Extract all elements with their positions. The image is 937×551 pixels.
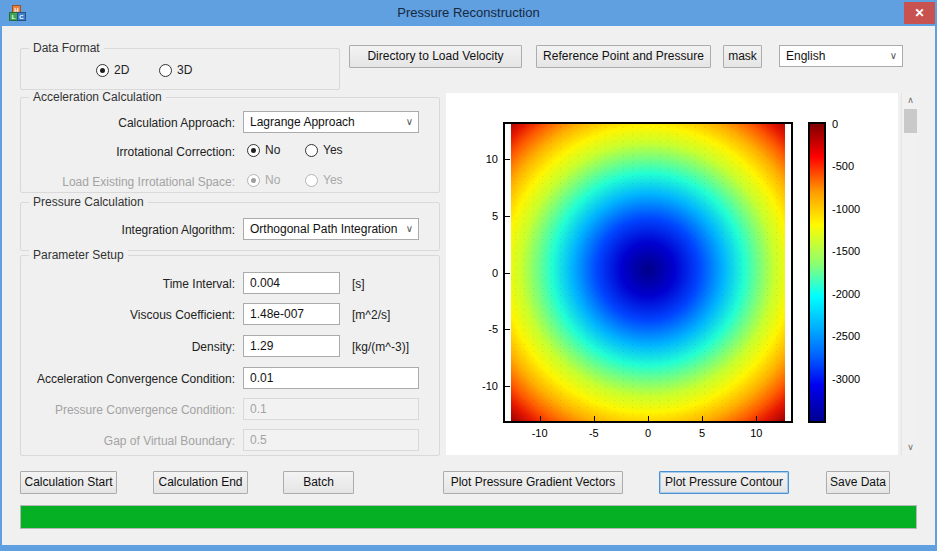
colorbar-tick-label: -3000 — [832, 373, 860, 385]
irrotational-correction-label: Irrotational Correction: — [20, 145, 235, 159]
x-tick-label: 10 — [750, 427, 762, 439]
vertical-scrollbar[interactable]: ∧ ∨ — [901, 93, 918, 455]
radio-load-space-yes-label: Yes — [323, 173, 343, 187]
close-icon[interactable]: ✕ — [904, 2, 935, 24]
title-bar: H L C Pressure Reconstruction ✕ — [0, 0, 937, 26]
reference-point-pressure-button[interactable]: Reference Point and Pressure — [536, 45, 711, 68]
viscous-coefficient-input[interactable] — [243, 303, 340, 325]
scroll-down-icon[interactable]: ∨ — [902, 440, 919, 455]
progress-bar — [20, 505, 917, 529]
save-data-button[interactable]: Save Data — [826, 471, 890, 494]
calculation-end-button[interactable]: Calculation End — [153, 471, 248, 494]
radio-2d-label: 2D — [114, 63, 129, 77]
density-unit: [kg/(m^-3)] — [352, 340, 409, 354]
radio-irrotational-no[interactable]: No — [247, 143, 280, 157]
x-tick-label: 0 — [645, 427, 651, 439]
calculation-approach-value: Lagrange Approach — [250, 115, 355, 129]
integration-algorithm-select[interactable]: Orthogonal Path Integration ∨ — [243, 218, 419, 240]
colorbar-tick-label: 0 — [832, 118, 838, 130]
colorbar-tick-label: -1500 — [832, 245, 860, 257]
batch-button[interactable]: Batch — [283, 471, 354, 494]
gap-virtual-boundary-label: Gap of Virtual Boundary: — [20, 434, 235, 448]
pressure-convergence-label: Pressure Convergence Condition: — [20, 403, 235, 417]
colorbar — [808, 122, 826, 423]
viscous-coefficient-unit: [m^2/s] — [352, 308, 390, 322]
y-tick-label: 0 — [474, 267, 498, 279]
scroll-up-icon[interactable]: ∧ — [902, 93, 919, 108]
plot-panel: -10-50510 1050-5-10 0-500-1000-1500-2000… — [446, 93, 898, 455]
pressure-convergence-input — [243, 398, 419, 420]
plot-pressure-gradient-vectors-button[interactable]: Plot Pressure Gradient Vectors — [443, 471, 623, 494]
time-interval-label: Time Interval: — [20, 277, 235, 291]
data-format-group-title: Data Format — [29, 41, 104, 55]
progress-bar-fill — [21, 506, 916, 528]
load-irrotational-space-label: Load Existing Irrotational Space: — [20, 175, 235, 189]
parameter-group-title: Parameter Setup — [29, 248, 128, 262]
colorbar-tick-label: -2000 — [832, 288, 860, 300]
colorbar-tick-label: -500 — [832, 160, 854, 172]
colorbar-tick-label: -1000 — [832, 203, 860, 215]
scrollbar-thumb[interactable] — [904, 109, 917, 133]
gap-virtual-boundary-input — [243, 429, 419, 451]
x-tick-label: -5 — [589, 427, 599, 439]
radio-2d-dot — [96, 64, 109, 77]
integration-algorithm-label: Integration Algorithm: — [20, 223, 235, 237]
y-tick-label: -10 — [474, 380, 498, 392]
colorbar-tick-label: -2500 — [832, 330, 860, 342]
client-area: Directory to Load Velocity Reference Poi… — [2, 26, 935, 545]
radio-irrotational-yes[interactable]: Yes — [305, 143, 343, 157]
calculation-start-button[interactable]: Calculation Start — [20, 471, 117, 494]
data-format-group: Data Format 2D 3D — [20, 48, 340, 90]
acceleration-convergence-input[interactable] — [243, 367, 419, 389]
language-select-value: English — [786, 49, 825, 63]
app-window: H L C Pressure Reconstruction ✕ Director… — [0, 0, 937, 551]
density-input[interactable] — [243, 335, 340, 357]
language-select[interactable]: English ∨ — [779, 45, 903, 67]
plot-pressure-contour-button[interactable]: Plot Pressure Contour — [659, 471, 789, 494]
directory-load-velocity-button[interactable]: Directory to Load Velocity — [349, 45, 522, 68]
acceleration-group-title: Acceleration Calculation — [29, 90, 166, 104]
density-label: Density: — [20, 340, 235, 354]
radio-3d-label: 3D — [177, 63, 192, 77]
pressure-group-title: Pressure Calculation — [29, 195, 148, 209]
radio-3d-dot — [159, 64, 172, 77]
radio-irrotational-yes-label: Yes — [323, 143, 343, 157]
time-interval-unit: [s] — [352, 277, 365, 291]
radio-irrotational-no-label: No — [265, 143, 280, 157]
calculation-approach-label: Calculation Approach: — [20, 116, 235, 130]
acceleration-convergence-label: Acceleration Convergence Condition: — [20, 372, 235, 386]
integration-algorithm-value: Orthogonal Path Integration — [250, 222, 397, 236]
calculation-approach-select[interactable]: Lagrange Approach ∨ — [243, 111, 419, 133]
radio-load-space-no: No — [247, 173, 280, 187]
y-tick-label: 5 — [474, 210, 498, 222]
pressure-contour-plot — [503, 122, 793, 423]
radio-2d[interactable]: 2D — [96, 63, 129, 77]
y-tick-label: -5 — [474, 323, 498, 335]
time-interval-input[interactable] — [243, 272, 340, 294]
y-tick-label: 10 — [474, 153, 498, 165]
chevron-down-icon: ∨ — [890, 46, 897, 66]
chevron-down-icon: ∨ — [406, 219, 413, 239]
chevron-down-icon: ∨ — [406, 112, 413, 132]
radio-3d[interactable]: 3D — [159, 63, 192, 77]
window-title: Pressure Reconstruction — [0, 0, 937, 26]
x-tick-label: 5 — [699, 427, 705, 439]
radio-load-space-no-label: No — [265, 173, 280, 187]
x-tick-label: -10 — [532, 427, 548, 439]
viscous-coefficient-label: Viscous Coefficient: — [20, 308, 235, 322]
mask-button[interactable]: mask — [723, 45, 762, 68]
radio-load-space-yes: Yes — [305, 173, 343, 187]
contour-heatmap — [511, 124, 785, 421]
